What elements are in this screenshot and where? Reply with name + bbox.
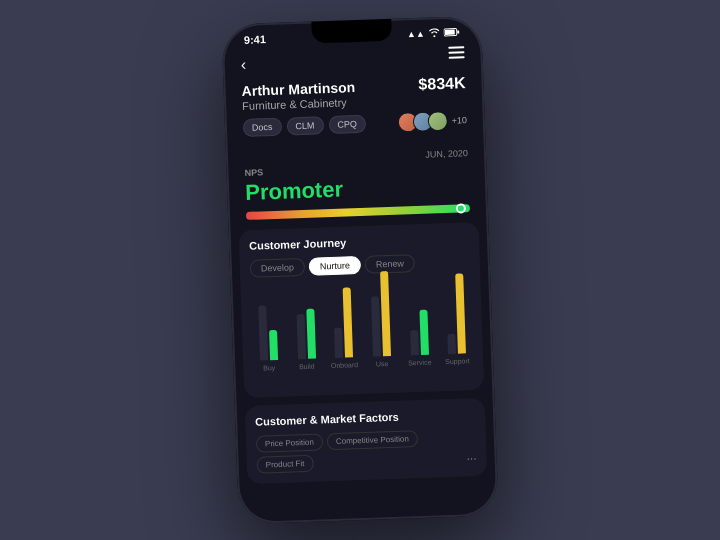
bar-group-onboard: Onboard [326, 287, 360, 369]
bar-label-use: Use [376, 360, 389, 367]
account-top: Arthur Martinson Furniture & Cabinetry $… [241, 74, 466, 112]
bar-service-dark [410, 330, 419, 355]
phone-frame: 9:41 ▲▲ [221, 16, 498, 525]
bars-buy [258, 305, 278, 361]
notch [311, 19, 392, 44]
revenue-value: $834K [418, 74, 466, 94]
bars-service [409, 310, 429, 356]
bar-build-dark [296, 314, 306, 359]
bar-label-service: Service [408, 359, 432, 367]
bar-chart: Buy Build Onboard [251, 280, 474, 388]
nps-bar [246, 204, 470, 220]
bar-onboard-dark [334, 328, 343, 358]
account-section: Arthur Martinson Furniture & Cabinetry $… [223, 74, 485, 157]
status-icons: ▲▲ [407, 27, 460, 40]
journey-title: Customer Journey [249, 232, 469, 252]
avatar-count: +10 [451, 115, 467, 126]
tag-product-fit[interactable]: Product Fit [256, 455, 313, 474]
bar-group-build: Build [289, 309, 323, 371]
market-tags: Price Position Competitive Position Prod… [256, 428, 477, 474]
bars-use [370, 271, 391, 357]
bar-group-buy: Buy [251, 305, 285, 372]
bar-group-service: Service [402, 310, 436, 367]
back-button[interactable]: ‹ [240, 56, 246, 74]
tags-list: Docs CLM CPQ [243, 115, 367, 137]
journey-tabs: Develop Nurture Renew [250, 252, 470, 278]
market-factors-section: Customer & Market Factors Price Position… [245, 398, 488, 484]
customer-journey-section: Customer Journey Develop Nurture Renew B… [239, 222, 485, 398]
nps-value: Promoter [245, 172, 470, 206]
tag-clm[interactable]: CLM [286, 116, 324, 135]
bar-service-green [419, 310, 429, 355]
bar-support-dark [447, 334, 456, 354]
menu-button[interactable] [448, 46, 464, 59]
battery-icon [444, 27, 460, 39]
bar-support-yellow [455, 274, 466, 354]
bars-onboard [333, 288, 353, 359]
bar-onboard-yellow [343, 288, 353, 358]
bar-use-dark [371, 297, 381, 357]
avatars-group: +10 [397, 110, 467, 132]
nps-section: JUN, 2020 NPS Promoter [226, 148, 488, 231]
account-subtitle: Furniture & Cabinetry [242, 96, 356, 112]
bar-build-green [306, 309, 316, 359]
signal-icon: ▲▲ [407, 29, 425, 40]
account-info: Arthur Martinson Furniture & Cabinetry [241, 78, 356, 112]
status-time: 9:41 [244, 33, 266, 46]
tag-cpq[interactable]: CPQ [328, 115, 366, 134]
bar-group-use: Use [363, 271, 398, 368]
scroll-content: Customer Journey Develop Nurture Renew B… [229, 222, 499, 525]
tags-row: Docs CLM CPQ +10 [243, 110, 468, 138]
tag-docs[interactable]: Docs [243, 118, 282, 137]
bar-buy-dark [258, 305, 268, 360]
svg-rect-2 [457, 30, 459, 33]
bar-use-yellow [380, 271, 391, 356]
bar-label-buy: Buy [263, 364, 275, 371]
bar-label-onboard: Onboard [331, 361, 358, 369]
nps-indicator [456, 203, 466, 213]
bar-label-support: Support [445, 357, 470, 365]
avatar-3 [427, 111, 448, 132]
bars-support [445, 274, 466, 355]
svg-rect-1 [445, 29, 455, 34]
wifi-icon [429, 28, 440, 39]
bars-build [296, 309, 316, 360]
more-menu-button[interactable]: ··· [466, 451, 476, 465]
market-title: Customer & Market Factors [255, 408, 475, 428]
tab-nurture[interactable]: Nurture [309, 256, 362, 276]
tab-develop[interactable]: Develop [250, 258, 306, 278]
tag-competitive-position[interactable]: Competitive Position [327, 430, 418, 450]
bar-group-support: Support [439, 273, 474, 365]
bar-buy-green [269, 330, 278, 360]
tag-price-position[interactable]: Price Position [256, 434, 323, 453]
bar-label-build: Build [299, 363, 315, 371]
